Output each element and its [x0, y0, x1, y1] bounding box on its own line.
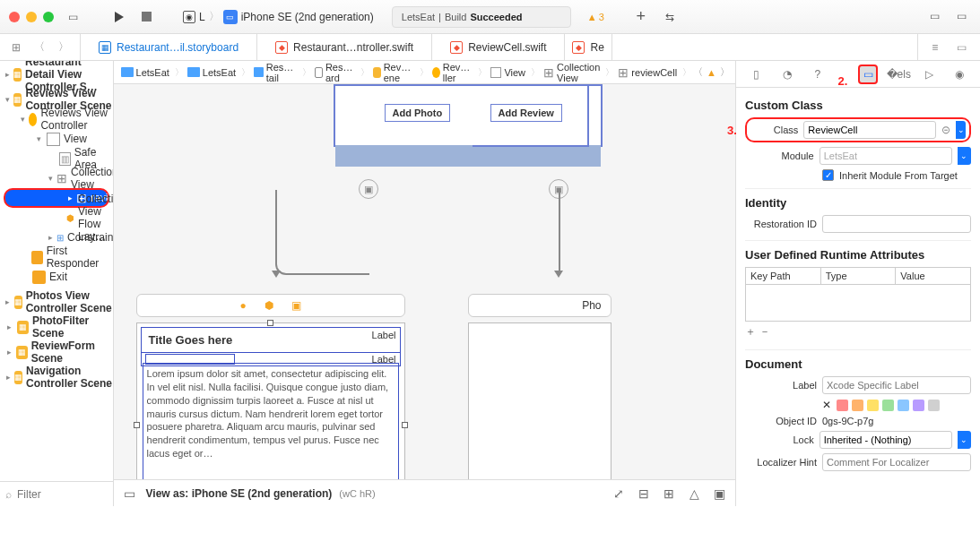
- toggle-inspector-icon[interactable]: ▭: [951, 7, 971, 25]
- udra-col-value: Value: [896, 268, 970, 284]
- tab-storyboard[interactable]: ▦ Restaurant…il.storyboard: [81, 34, 257, 60]
- collectionview-icon: [56, 172, 67, 185]
- udra-col-keypath: Key Path: [746, 268, 821, 284]
- scene-photofilter[interactable]: ▸▦ PhotoFilter Scene: [0, 317, 113, 337]
- reviews-scene-header[interactable]: ● ⬢ ▣: [136, 294, 405, 317]
- object-id-label: Object ID: [745, 416, 817, 426]
- callout-2: 2.: [838, 74, 848, 88]
- add-review-button[interactable]: Add Review: [490, 104, 562, 122]
- editor-options-icon[interactable]: ≡: [932, 41, 938, 54]
- embed-icon[interactable]: ▣: [710, 486, 728, 501]
- align-icon[interactable]: ⊟: [635, 486, 653, 501]
- photos-cell-design[interactable]: [468, 322, 611, 479]
- toggle-navigator-icon[interactable]: ▭: [63, 8, 82, 26]
- module-input[interactable]: [820, 147, 952, 165]
- filter-icon: ⌕: [5, 488, 12, 501]
- attributes-inspector-tab[interactable]: �els: [889, 64, 908, 84]
- module-dropdown-icon[interactable]: ⌄: [958, 147, 971, 165]
- scene-restaurant-detail[interactable]: ▸▦ Restaurant Detail View Controller S…: [0, 64, 113, 84]
- editor-tabbar: ⊞ 〈 〉 ▦ Restaurant…il.storyboard ◆ Resta…: [0, 34, 980, 61]
- lock-dropdown-icon[interactable]: ⌄: [958, 431, 971, 449]
- view-icon: [47, 133, 60, 146]
- folder-icon: [254, 67, 264, 77]
- scene-reviewform[interactable]: ▸▦ ReviewForm Scene: [0, 342, 113, 362]
- doc-label-clear-icon[interactable]: ✕: [822, 399, 831, 411]
- tab-overflow[interactable]: ◆ Re: [565, 34, 611, 60]
- scene-photos[interactable]: ▸▦ Photos View Controller Scene: [0, 292, 113, 312]
- nav-back-icon[interactable]: 〈: [34, 39, 45, 55]
- udra-add-button[interactable]: ＋: [745, 324, 756, 340]
- flow-layout-node[interactable]: ⬢ Collection View Flow Lay…: [0, 208, 113, 228]
- library-button[interactable]: ▭: [924, 7, 944, 25]
- udra-table[interactable]: Key Path Type Value: [745, 267, 971, 322]
- folder-icon: [187, 67, 200, 77]
- pin-icon[interactable]: ⊞: [660, 486, 678, 501]
- stop-button[interactable]: [136, 8, 156, 26]
- code-review-button[interactable]: ⇆: [660, 8, 680, 26]
- label-color-swatches[interactable]: [837, 400, 940, 411]
- nav-forward-icon[interactable]: 〉: [58, 39, 69, 55]
- restoration-id-input[interactable]: [822, 215, 971, 233]
- jump-bar[interactable]: LetsEat LetsEat Res…tail Res…ard Rev…ene…: [114, 61, 735, 84]
- connections-inspector-tab[interactable]: ◉: [950, 64, 969, 84]
- lock-label: Lock: [745, 434, 814, 445]
- identity-inspector-tab[interactable]: ▭: [858, 64, 878, 84]
- scene-nav[interactable]: ▸▦ Navigation Controller Scene: [0, 367, 113, 387]
- tab-restaurant-controller[interactable]: ◆ Restaurant…ntroller.swift: [257, 34, 432, 60]
- zoom-window-button[interactable]: [43, 12, 54, 22]
- add-photo-button[interactable]: Add Photo: [385, 104, 451, 122]
- scene-icon: ▦: [13, 68, 22, 82]
- minimize-window-button[interactable]: [26, 12, 37, 22]
- review-cell-design[interactable]: Title Goes here Label Label Lorem ipsum …: [136, 322, 405, 479]
- toggle-outline-icon[interactable]: ▭: [121, 486, 139, 501]
- scheme-app-label: L: [199, 11, 205, 23]
- doc-label-input[interactable]: [822, 376, 971, 394]
- canvas-bottom-bar: ▭ View as: iPhone SE (2nd generation) (w…: [114, 479, 735, 506]
- inherit-module-checkbox[interactable]: ✓: [822, 169, 834, 181]
- tab-reviewcell[interactable]: ◆ ReviewCell.swift: [432, 34, 565, 60]
- reviews-view-controller[interactable]: ▾ Reviews View Controller: [0, 109, 113, 129]
- udra-heading: User Defined Runtime Attributes: [745, 248, 971, 262]
- file-inspector-tab[interactable]: ▯: [747, 64, 767, 84]
- collection-view-node[interactable]: ▾ Collection View 1.: [0, 168, 113, 188]
- close-window-button[interactable]: [9, 12, 20, 22]
- storyboard-icon: [315, 67, 323, 78]
- adjust-editor-icon[interactable]: ▭: [957, 41, 967, 54]
- size-inspector-tab[interactable]: ▷: [919, 64, 939, 84]
- run-button[interactable]: [109, 8, 129, 26]
- photos-scene-header[interactable]: Pho: [468, 294, 611, 317]
- class-label: Class: [750, 125, 798, 135]
- first-responder-node[interactable]: First Responder: [0, 247, 113, 267]
- help-inspector-tab[interactable]: ?: [808, 64, 828, 84]
- scene-icon: [373, 67, 380, 78]
- udra-remove-button[interactable]: －: [759, 324, 770, 340]
- exit-icon: ▣: [291, 299, 301, 312]
- resolve-icon[interactable]: △: [685, 486, 703, 501]
- cell-body-label: Lorem ipsum dolor sit amet, consectetur …: [143, 363, 399, 479]
- class-dropdown-icon[interactable]: ⌄: [956, 121, 966, 139]
- view-as-label[interactable]: View as: iPhone SE (2nd generation): [146, 487, 333, 500]
- photos-header-label: Pho: [582, 299, 601, 312]
- exit-node[interactable]: Exit: [0, 267, 113, 287]
- jump-next-icon[interactable]: 〉: [720, 65, 730, 79]
- interface-builder-canvas[interactable]: Add Photo Add Review ▣ ▣ ● ⬢ ▣ Pho: [114, 84, 735, 479]
- localizer-hint-input[interactable]: [822, 453, 971, 471]
- related-items-icon[interactable]: ⊞: [12, 41, 21, 54]
- add-button[interactable]: +: [631, 8, 651, 26]
- history-inspector-tab[interactable]: ◔: [777, 64, 797, 84]
- warnings-indicator[interactable]: ▲ 3: [587, 12, 604, 22]
- jump-prev-icon[interactable]: 〈: [693, 65, 703, 79]
- module-label: Module: [745, 150, 814, 161]
- viewcontroller-icon: [432, 67, 440, 78]
- scheme-selector[interactable]: ◉ L 〉 ▭ iPhone SE (2nd generation): [183, 9, 374, 24]
- filter-input[interactable]: [17, 488, 114, 501]
- issue-indicator[interactable]: ▲: [707, 67, 716, 78]
- clear-class-icon[interactable]: ⊝: [941, 124, 950, 136]
- zoom-icon[interactable]: ⤢: [610, 486, 628, 501]
- localizer-hint-label: Localizer Hint: [745, 457, 817, 468]
- class-input[interactable]: [803, 121, 936, 139]
- review-cell-canvas-top[interactable]: Add Review: [473, 84, 589, 147]
- inspector-tabs: ▯ ◔ ? 2. ▭ �els ▷ ◉: [736, 61, 980, 88]
- lock-select[interactable]: [820, 431, 952, 449]
- callout-3: 3.: [727, 124, 737, 137]
